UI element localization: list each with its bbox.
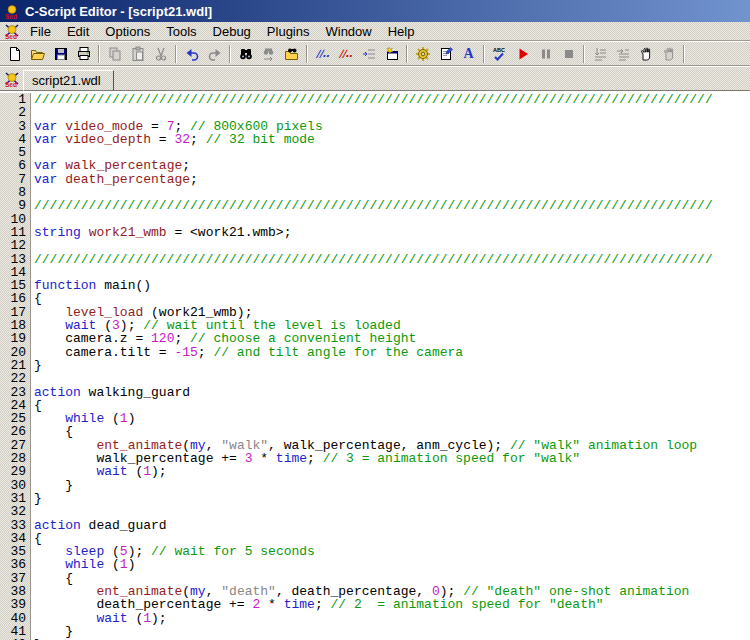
line-number: 13 xyxy=(0,253,31,266)
redo-button xyxy=(203,43,226,65)
undo-icon xyxy=(184,46,200,62)
run-engine-button[interactable] xyxy=(411,43,434,65)
menu-file[interactable]: File xyxy=(22,23,59,40)
toolbar-separator xyxy=(306,45,308,63)
line-number: 39 xyxy=(0,598,31,611)
indent-button[interactable] xyxy=(357,43,380,65)
code-text: ////////////////////////////////////////… xyxy=(31,93,713,106)
save-file-button[interactable] xyxy=(49,43,72,65)
hand-disabled-icon xyxy=(661,46,677,62)
hand-icon xyxy=(638,46,654,62)
code-line-19: 19 camera.z = 120; // choose a convenien… xyxy=(0,332,750,345)
code-line-41: 41 } xyxy=(0,625,750,638)
syntax-check-icon: ABC xyxy=(492,46,508,62)
code-text: while (1) xyxy=(31,412,135,425)
print-button[interactable] xyxy=(72,43,95,65)
menu-window[interactable]: Window xyxy=(317,23,379,40)
code-text: action dead_guard xyxy=(31,519,167,532)
code-text: var walk_percentage; xyxy=(31,159,190,172)
code-text: { xyxy=(31,425,73,438)
line-number: 19 xyxy=(0,332,31,345)
find-button[interactable] xyxy=(234,43,257,65)
font-button[interactable]: A xyxy=(457,43,480,65)
line-number: 12 xyxy=(0,239,31,252)
syntax-check-button[interactable]: ABC xyxy=(488,43,511,65)
code-text: death_percentage += 2 * time; // 2 = ani… xyxy=(31,598,604,611)
script-properties-button[interactable] xyxy=(434,43,457,65)
line-number: 10 xyxy=(0,213,31,226)
menu-debug[interactable]: Debug xyxy=(205,23,259,40)
code-text: } xyxy=(31,479,73,492)
code-line-26: 26 { xyxy=(0,425,750,438)
code-line-1: 1///////////////////////////////////////… xyxy=(0,93,750,106)
open-icon xyxy=(30,46,46,62)
code-text: camera.tilt = -15; // and tilt angle for… xyxy=(31,346,463,359)
line-number: 1 xyxy=(0,93,31,106)
app-icon[interactable]: Sed xyxy=(4,3,20,19)
toolbar-separator xyxy=(229,45,231,63)
menu-edit[interactable]: Edit xyxy=(59,23,97,40)
open-file-button[interactable] xyxy=(26,43,49,65)
comment-selection-button[interactable]: //.. xyxy=(311,43,334,65)
code-line-20: 20 camera.tilt = -15; // and tilt angle … xyxy=(0,346,750,359)
code-line-32: 32 xyxy=(0,505,750,518)
menu-bar: Sed FileEditOptionsToolsDebugPluginsWind… xyxy=(0,22,750,41)
pan-hand-button[interactable] xyxy=(634,43,657,65)
print-icon xyxy=(76,46,92,62)
code-text xyxy=(31,106,34,119)
code-line-29: 29 wait (1); xyxy=(0,465,750,478)
pause-button xyxy=(534,43,557,65)
line-number: 41 xyxy=(0,625,31,638)
line-number: 20 xyxy=(0,346,31,359)
line-number: 9 xyxy=(0,199,31,212)
code-text: } xyxy=(31,359,42,372)
line-number: 36 xyxy=(0,558,31,571)
code-line-10: 10 xyxy=(0,213,750,226)
code-text: action walking_guard xyxy=(31,386,190,399)
wizard-icon xyxy=(384,46,400,62)
code-line-3: 3var video_mode = 7; // 800x600 pixels xyxy=(0,120,750,133)
svg-text:Sed: Sed xyxy=(5,81,17,88)
uncomment-selection-button[interactable]: //.. xyxy=(334,43,357,65)
undo-button[interactable] xyxy=(180,43,203,65)
tab-script21[interactable]: script21.wdl xyxy=(23,70,114,91)
line-number: 15 xyxy=(0,279,31,292)
new-file-button[interactable] xyxy=(3,43,26,65)
menu-plugins[interactable]: Plugins xyxy=(259,23,318,40)
line-number: 6 xyxy=(0,159,31,172)
code-text xyxy=(31,266,34,279)
line-number: 7 xyxy=(0,173,31,186)
document-icon[interactable]: Sed xyxy=(4,23,20,39)
code-line-7: 7var death_percentage; xyxy=(0,173,750,186)
code-text: walk_percentage += 3 * time; // 3 = anim… xyxy=(31,452,580,465)
step-into-button xyxy=(588,43,611,65)
line-number: 37 xyxy=(0,572,31,585)
menu-tools[interactable]: Tools xyxy=(158,23,204,40)
line-number: 25 xyxy=(0,412,31,425)
line-number: 16 xyxy=(0,292,31,305)
tab-bar: Sed script21.wdl xyxy=(0,66,750,91)
cut-button xyxy=(149,43,172,65)
toolbar-separator xyxy=(98,45,100,63)
code-text xyxy=(31,239,34,252)
code-line-5: 5 xyxy=(0,146,750,159)
menu-options[interactable]: Options xyxy=(97,23,158,40)
code-editor[interactable]: 1///////////////////////////////////////… xyxy=(0,91,750,640)
code-line-34: 34{ xyxy=(0,532,750,545)
line-number: 28 xyxy=(0,452,31,465)
menu-help[interactable]: Help xyxy=(380,23,423,40)
step-over-icon xyxy=(615,46,631,62)
paste-icon xyxy=(130,46,146,62)
step-over-button xyxy=(611,43,634,65)
line-number: 11 xyxy=(0,226,31,239)
code-line-27: 27 ent_animate(my, "walk", walk_percenta… xyxy=(0,439,750,452)
code-line-36: 36 while (1) xyxy=(0,558,750,571)
find-in-files-button[interactable] xyxy=(280,43,303,65)
code-line-37: 37 { xyxy=(0,572,750,585)
line-number: 2 xyxy=(0,106,31,119)
code-text: function main() xyxy=(31,279,151,292)
run-button[interactable] xyxy=(511,43,534,65)
code-text: { xyxy=(31,399,42,412)
code-line-15: 15function main() xyxy=(0,279,750,292)
new-script-wizard-button[interactable] xyxy=(380,43,403,65)
